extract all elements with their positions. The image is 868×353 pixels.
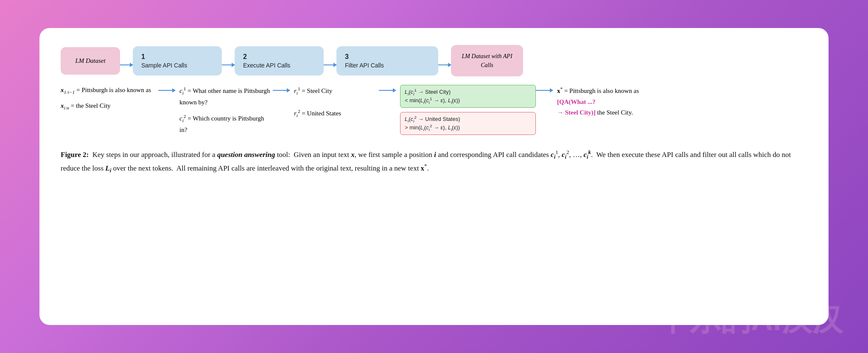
box-lm-dataset: LM Dataset bbox=[61, 47, 120, 75]
box-step-1: 1 Sample API Calls bbox=[133, 46, 222, 76]
step1-label: Sample API Calls bbox=[141, 62, 213, 69]
arrow-4 bbox=[438, 56, 451, 65]
step3-label: Filter API Calls bbox=[345, 62, 430, 69]
col-final-result: x* = Pittsburgh is also known as [QA(Wha… bbox=[557, 85, 642, 118]
step3-num: 3 bbox=[345, 53, 430, 61]
candidate-1: ci1 = What other name is Pittsburgh know… bbox=[179, 85, 273, 108]
arrow-2 bbox=[222, 56, 235, 65]
candidate-2: ci2 = Which country is Pittsburgh in? bbox=[179, 112, 273, 136]
result-1: ri1 = Steel City bbox=[294, 85, 379, 97]
step1-num: 1 bbox=[141, 53, 213, 61]
figure-caption: Figure 2: Key steps in our approach, ill… bbox=[61, 148, 807, 175]
spacer-arrow-4 bbox=[536, 85, 557, 91]
lm-dataset-label: LM Dataset bbox=[75, 56, 105, 65]
step2-label: Execute API Calls bbox=[243, 62, 315, 69]
col-api-candidates: ci1 = What other name is Pittsburgh know… bbox=[179, 85, 273, 135]
arrow-3 bbox=[324, 56, 336, 65]
main-card: LM Dataset 1 Sample API Calls 2 Execute … bbox=[39, 28, 829, 325]
final-result-text: x* = Pittsburgh is also known as [QA(Wha… bbox=[557, 85, 642, 118]
arrow-1 bbox=[120, 56, 133, 65]
spacer-arrow-1 bbox=[158, 85, 179, 91]
filter-good-box: Li(ci1 → Steel City) < min(Li(ci1 → ε), … bbox=[400, 85, 536, 108]
result-2: ri2 = United States bbox=[294, 107, 379, 120]
spacer-arrow-2 bbox=[273, 85, 294, 91]
box-step-3: 3 Filter API Calls bbox=[336, 46, 438, 76]
col-execute-results: ri1 = Steel City ri2 = United States bbox=[294, 85, 379, 120]
col-lm-vars: x1:i−1 = Pittsburgh is also known as xi:… bbox=[61, 85, 158, 112]
lm-dataset-right-label: LM Dataset with API Calls bbox=[459, 52, 515, 70]
spacer-arrow-3 bbox=[379, 85, 400, 91]
data-rows-container: x1:i−1 = Pittsburgh is also known as xi:… bbox=[61, 85, 807, 135]
result-highlight: [QA(What ...?→ Steel City)] bbox=[557, 98, 596, 116]
step2-num: 2 bbox=[243, 53, 315, 61]
lm-var-1: x1:i−1 = Pittsburgh is also known as bbox=[61, 85, 154, 96]
box-step-2: 2 Execute API Calls bbox=[235, 46, 324, 76]
col-filter-results: Li(ci1 → Steel City) < min(Li(ci1 → ε), … bbox=[400, 85, 536, 135]
box-lm-dataset-right: LM Dataset with API Calls bbox=[451, 45, 523, 76]
diagram-header: LM Dataset 1 Sample API Calls 2 Execute … bbox=[61, 45, 807, 76]
filter-bad-box: Li(ci2 → United States) > min(Li(ci2 → ε… bbox=[400, 112, 536, 135]
lm-var-2: xi:n = the Steel City bbox=[61, 101, 154, 112]
